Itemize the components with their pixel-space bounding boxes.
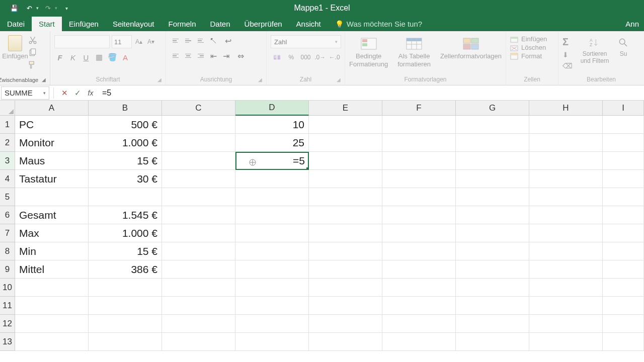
cell-I13[interactable]	[603, 333, 644, 351]
font-name-input[interactable]	[54, 35, 110, 48]
cell-I11[interactable]	[603, 297, 644, 315]
col-header-A[interactable]: A	[15, 101, 89, 116]
cell-C3[interactable]	[162, 152, 235, 170]
row-header-6[interactable]: 6	[0, 206, 15, 224]
cell-A7[interactable]: Max	[15, 224, 89, 242]
increase-indent-icon[interactable]: ⇥	[220, 50, 231, 61]
cell-D12[interactable]	[235, 315, 309, 333]
cell-I4[interactable]	[603, 170, 644, 188]
cell-H10[interactable]	[529, 279, 603, 297]
cell-C2[interactable]	[162, 134, 235, 152]
cell-E7[interactable]	[309, 224, 382, 242]
row-header-8[interactable]: 8	[0, 242, 15, 260]
cell-I12[interactable]	[603, 315, 644, 333]
cell-G13[interactable]	[456, 333, 529, 351]
cell-G8[interactable]	[456, 242, 529, 260]
cell-H1[interactable]	[529, 116, 603, 134]
tab-formeln[interactable]: Formeln	[162, 17, 203, 31]
cell-H6[interactable]	[529, 206, 603, 224]
cell-D4[interactable]	[235, 170, 309, 188]
tab-einfuegen[interactable]: Einfügen	[62, 17, 106, 31]
cell-I7[interactable]	[603, 224, 644, 242]
find-select-button[interactable]: Su	[617, 36, 630, 70]
underline-button[interactable]: U	[80, 51, 92, 63]
formula-confirm-button[interactable]: ✓	[71, 86, 84, 100]
row-header-3[interactable]: 3	[0, 152, 15, 170]
col-header-D[interactable]: D	[235, 101, 309, 116]
cell-G1[interactable]	[456, 116, 529, 134]
cell-F9[interactable]	[382, 260, 456, 279]
tab-start[interactable]: Start	[32, 17, 62, 31]
cell-I2[interactable]	[603, 134, 644, 152]
formula-cancel-button[interactable]: ✕	[58, 86, 71, 100]
cell-A9[interactable]: Mittel	[15, 260, 89, 279]
cells-format-button[interactable]: Format	[510, 52, 554, 60]
row-header-1[interactable]: 1	[0, 116, 15, 134]
row-header-13[interactable]: 13	[0, 333, 15, 351]
cell-H13[interactable]	[529, 333, 603, 351]
cell-D7[interactable]	[235, 224, 309, 242]
italic-button[interactable]: K	[67, 51, 78, 63]
select-all-button[interactable]	[0, 101, 15, 116]
cell-F6[interactable]	[382, 206, 456, 224]
cell-F1[interactable]	[382, 116, 456, 134]
align-middle-icon[interactable]	[183, 35, 194, 46]
cell-H3[interactable]	[529, 152, 603, 170]
alignment-dialog-icon[interactable]: ◢	[258, 77, 264, 83]
cell-E5[interactable]	[309, 188, 382, 206]
cell-C4[interactable]	[162, 170, 235, 188]
cell-D5[interactable]	[235, 188, 309, 206]
cell-D1[interactable]: 10	[235, 116, 309, 134]
cell-I3[interactable]	[603, 152, 644, 170]
cell-F7[interactable]	[382, 224, 456, 242]
cell-styles-button[interactable]: Zellenformatvorlagen	[440, 36, 502, 68]
cell-C6[interactable]	[162, 206, 235, 224]
cell-D11[interactable]	[235, 297, 309, 315]
align-bottom-icon[interactable]	[195, 35, 206, 46]
increase-decimal-icon[interactable]: .0→	[314, 51, 327, 63]
col-header-G[interactable]: G	[456, 101, 529, 116]
tab-ansicht[interactable]: Ansicht	[289, 17, 328, 31]
cell-F11[interactable]	[382, 297, 456, 315]
cell-E1[interactable]	[309, 116, 382, 134]
cell-C12[interactable]	[162, 315, 235, 333]
percent-format-icon[interactable]: %	[285, 51, 298, 63]
cell-A1[interactable]: PC	[15, 116, 89, 134]
cell-B6[interactable]: 1.545 €	[89, 206, 162, 224]
col-header-F[interactable]: F	[382, 101, 456, 116]
cell-B12[interactable]	[89, 315, 162, 333]
cell-A4[interactable]: Tastatur	[15, 170, 89, 188]
wrap-text-icon[interactable]: ↩	[220, 35, 235, 46]
copy-icon[interactable]	[28, 48, 37, 57]
qat-undo-icon[interactable]: ↶	[23, 2, 35, 14]
cell-C1[interactable]	[162, 116, 235, 134]
cell-B3[interactable]: 15 €	[89, 152, 162, 170]
decrease-indent-icon[interactable]: ⇤	[208, 50, 219, 61]
row-header-7[interactable]: 7	[0, 224, 15, 242]
cell-C9[interactable]	[162, 260, 235, 279]
cell-E10[interactable]	[309, 279, 382, 297]
cell-F2[interactable]	[382, 134, 456, 152]
autosum-icon[interactable]: Σ	[562, 36, 573, 48]
align-top-icon[interactable]	[170, 35, 181, 46]
cell-B8[interactable]: 15 €	[89, 242, 162, 260]
cell-G2[interactable]	[456, 134, 529, 152]
sort-filter-button[interactable]: AZ Sortieren und Filtern	[577, 36, 613, 70]
cell-G12[interactable]	[456, 315, 529, 333]
cell-C13[interactable]	[162, 333, 235, 351]
cell-C7[interactable]	[162, 224, 235, 242]
cell-A8[interactable]: Min	[15, 242, 89, 260]
align-right-icon[interactable]	[195, 50, 206, 61]
cell-H11[interactable]	[529, 297, 603, 315]
cell-A5[interactable]	[15, 188, 89, 206]
number-format-combo[interactable]: Zahl ▾	[271, 35, 341, 48]
row-header-5[interactable]: 5	[0, 188, 15, 206]
cell-D3[interactable]: =5	[235, 152, 309, 170]
col-header-I[interactable]: I	[603, 101, 644, 116]
cell-H2[interactable]	[529, 134, 603, 152]
cell-E3[interactable]	[309, 152, 382, 170]
cell-G4[interactable]	[456, 170, 529, 188]
cell-C8[interactable]	[162, 242, 235, 260]
cell-A13[interactable]	[15, 333, 89, 351]
formula-input[interactable]	[97, 87, 644, 99]
